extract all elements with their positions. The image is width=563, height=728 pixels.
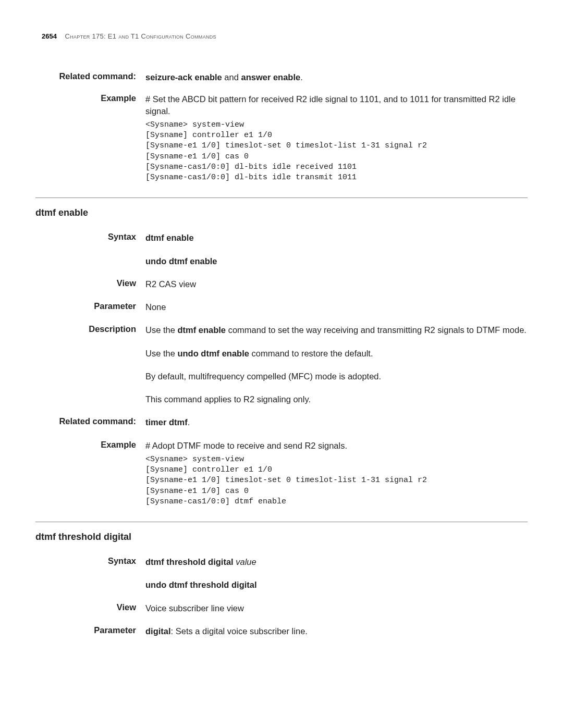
syntax-content-2: dtmf enable undo dtmf enable: [145, 232, 528, 267]
syntax-line1-3: dtmf threshold digital value: [145, 556, 528, 567]
syntax-label-3: Syntax: [35, 556, 145, 591]
related-command-row-2: Related command: timer dtmf.: [35, 416, 528, 428]
syntax-line2-3: undo dtmf threshold digital: [145, 579, 528, 590]
syntax-label-2: Syntax: [35, 232, 145, 267]
syntax-content-3: dtmf threshold digital value undo dtmf t…: [145, 556, 528, 591]
related-cmd-bold-2: timer dtmf: [145, 417, 188, 427]
example-label-2: Example: [35, 440, 145, 508]
view-content-2: R2 CAS view: [145, 278, 528, 290]
page-container: 2654 Chapter 175: E1 and T1 Configuratio…: [0, 0, 563, 637]
parameter-content-3: digital: Sets a digital voice subscriber…: [145, 625, 528, 637]
example-row-2: Example # Adopt DTMF mode to receive and…: [35, 440, 528, 508]
description-label-2: Description: [35, 324, 145, 405]
parameter-text-3: : Sets a digital voice subscriber line.: [171, 626, 308, 636]
related-cmd-1: seizure-ack enable: [145, 72, 222, 82]
page-header: 2654 Chapter 175: E1 and T1 Configuratio…: [35, 32, 528, 40]
parameter-row-3: Parameter digital: Sets a digital voice …: [35, 625, 528, 637]
view-row-2: View R2 CAS view: [35, 278, 528, 290]
desc-p2-bold: undo dtmf enable: [177, 349, 249, 358]
syntax-row-3: Syntax dtmf threshold digital value undo…: [35, 556, 528, 591]
example-intro-2: # Adopt DTMF mode to receive and send R2…: [145, 440, 528, 451]
section-title-dtmf-enable: dtmf enable: [35, 207, 528, 218]
divider-1: [35, 198, 528, 198]
page-number: 2654: [42, 32, 57, 40]
divider-2: [35, 522, 528, 522]
related-command-label: Related command:: [35, 71, 145, 83]
related-command-content: seizure-ack enable and answer enable.: [145, 71, 528, 83]
syntax-line1-italic-3: value: [236, 557, 256, 566]
parameter-label-3: Parameter: [35, 625, 145, 637]
desc-p1-pre: Use the: [145, 325, 177, 335]
desc-p1-post: command to set the way receiving and tra…: [226, 325, 527, 335]
view-row-3: View Voice subscriber line view: [35, 602, 528, 614]
desc-p2: Use the undo dtmf enable command to rest…: [145, 348, 528, 359]
example-content-1: # Set the ABCD bit pattern for received …: [145, 93, 528, 183]
code-block-2: <Sysname> system-view [Sysname] controll…: [145, 454, 528, 507]
related-command-content-2: timer dtmf.: [145, 416, 528, 428]
parameter-label-2: Parameter: [35, 301, 145, 313]
related-command-label-2: Related command:: [35, 416, 145, 428]
example-row-1: Example # Set the ABCD bit pattern for r…: [35, 93, 528, 183]
example-label-1: Example: [35, 93, 145, 183]
syntax-line2-2: undo dtmf enable: [145, 255, 528, 267]
syntax-line1-bold-3: dtmf threshold digital: [145, 557, 236, 566]
example-content-2: # Adopt DTMF mode to receive and send R2…: [145, 440, 528, 508]
desc-p2-pre: Use the: [145, 349, 177, 358]
desc-p1-bold: dtmf enable: [177, 325, 226, 335]
view-content-3: Voice subscriber line view: [145, 602, 528, 614]
syntax-row-2: Syntax dtmf enable undo dtmf enable: [35, 232, 528, 267]
related-command-row-1: Related command: seizure-ack enable and …: [35, 71, 528, 83]
related-cmd-end-2: .: [188, 417, 190, 427]
section-title-dtmf-threshold: dtmf threshold digital: [35, 532, 528, 542]
syntax-line1-2: dtmf enable: [145, 232, 528, 243]
parameter-row-2: Parameter None: [35, 301, 528, 313]
desc-p2-post: command to restore the default.: [249, 349, 373, 358]
desc-p1: Use the dtmf enable command to set the w…: [145, 324, 528, 336]
parameter-bold-3: digital: [145, 626, 171, 636]
related-cmd-2: answer enable: [241, 72, 300, 82]
parameter-content-2: None: [145, 301, 528, 313]
related-cmd-mid: and: [222, 72, 241, 82]
code-block-1: <Sysname> system-view [Sysname] controll…: [145, 120, 528, 183]
chapter-title: Chapter 175: E1 and T1 Configuration Com…: [65, 32, 216, 40]
related-cmd-end: .: [300, 72, 303, 82]
desc-p4: This command applies to R2 signaling onl…: [145, 393, 528, 405]
desc-p3: By default, multifrequency compelled (MF…: [145, 371, 528, 382]
description-content-2: Use the dtmf enable command to set the w…: [145, 324, 528, 405]
view-label-2: View: [35, 278, 145, 290]
view-label-3: View: [35, 602, 145, 614]
description-row-2: Description Use the dtmf enable command …: [35, 324, 528, 405]
example-intro-1: # Set the ABCD bit pattern for received …: [145, 93, 528, 117]
